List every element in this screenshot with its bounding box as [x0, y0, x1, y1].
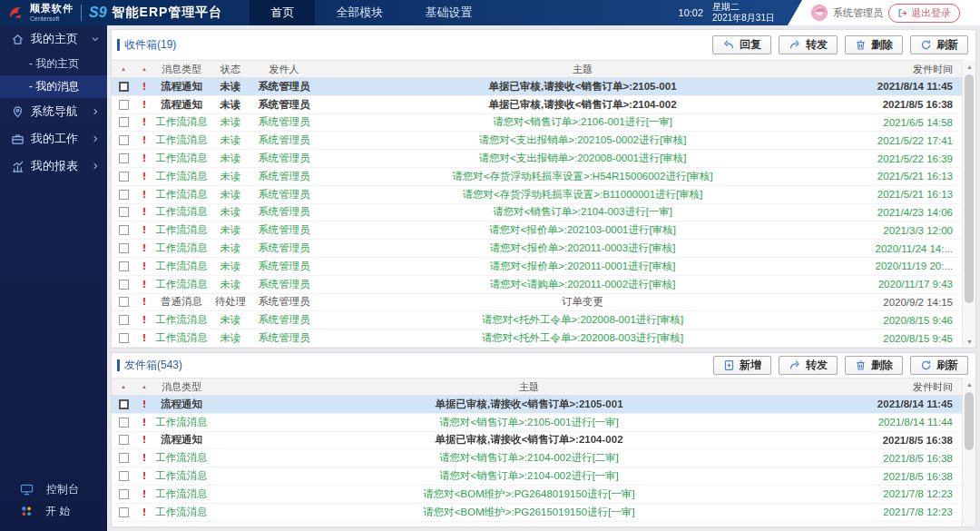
table-row[interactable]: !工作流消息请您对<销售订单>:2104-002进行[一审]2021/8/5 1…	[112, 467, 962, 486]
trash-button[interactable]: 删除	[845, 356, 903, 375]
row-checkbox[interactable]	[119, 333, 129, 343]
scroll-down-icon[interactable]: ▼	[963, 335, 976, 348]
forward-button[interactable]: 转发	[779, 35, 838, 54]
row-checkbox[interactable]	[119, 471, 129, 481]
row-checkbox[interactable]	[119, 135, 129, 145]
nav-tab-home[interactable]: 首页	[250, 0, 315, 25]
table-row[interactable]: !普通消息待处理系统管理员订单变更2020/9/2 14:15	[112, 294, 962, 312]
row-checkbox[interactable]	[119, 315, 129, 325]
row-checkbox[interactable]	[119, 100, 129, 110]
table-row[interactable]: !工作流消息未读系统管理员请您对<支出报销单>:202008-0001进行[审核…	[112, 150, 962, 168]
message-subject[interactable]: 请您对<报价单>:202103-0001进行[审核]	[317, 223, 848, 237]
message-subject[interactable]: 请您对<报价单>:202011-0001进行[审核]	[317, 260, 848, 273]
sidebar-item-2[interactable]: 我的工作	[0, 125, 107, 152]
new-button[interactable]: 新增	[713, 356, 771, 375]
logout-button[interactable]: 退出登录	[888, 4, 960, 23]
message-subject[interactable]: 订单变更	[317, 295, 848, 309]
sidebar-item-0[interactable]: 我的主页	[0, 25, 107, 53]
message-subject[interactable]: 请您对<销售订单>:2104-002进行[二审]	[210, 451, 848, 465]
row-checkbox[interactable]	[119, 489, 129, 499]
row-checkbox[interactable]	[119, 153, 129, 163]
start-button[interactable]: 开 始	[0, 500, 107, 522]
sidebar-item-1[interactable]: 系统导航	[0, 98, 107, 125]
inbox-scrollbar[interactable]: ▲ ▼	[962, 60, 975, 348]
message-subject[interactable]: 请您对<销售订单>:2104-002进行[一审]	[210, 469, 848, 483]
table-row[interactable]: !流程通知未读系统管理员单据已审核,请接收<销售订单>:2104-0022021…	[112, 96, 962, 114]
forward-button[interactable]: 转发	[779, 356, 838, 375]
row-checkbox[interactable]	[119, 399, 129, 409]
row-checkbox[interactable]	[119, 172, 129, 182]
table-row[interactable]: !工作流消息请您对<销售订单>:2104-002进行[二审]2021/8/5 1…	[112, 449, 962, 467]
checkbox-cell	[112, 399, 135, 409]
message-subject[interactable]: 请您对<托外工令单>:202008-001进行[审核]	[317, 313, 848, 327]
priority-cell: !	[135, 99, 153, 111]
sidebar-subitem-0-0[interactable]: - 我的主页	[0, 53, 107, 75]
row-checkbox[interactable]	[119, 243, 129, 253]
reply-button[interactable]: 回复	[712, 35, 771, 54]
table-row[interactable]: !流程通知单据已审核,请接收<销售订单>:2105-0012021/8/14 1…	[112, 396, 962, 414]
table-row[interactable]: !工作流消息未读系统管理员请您对<托外工令单>:202008-001进行[审核]…	[112, 311, 962, 329]
trash-button[interactable]: 删除	[845, 35, 903, 54]
table-row[interactable]: !工作流消息未读系统管理员请您对<支出报销单>:202105-0002进行[审核…	[112, 132, 962, 150]
table-row[interactable]: !工作流消息未读系统管理员请您对<报价单>:202011-0003进行[审核]2…	[112, 240, 962, 258]
message-subject[interactable]: 单据已审核,请接收<销售订单>:2104-002	[317, 98, 848, 112]
message-subject[interactable]: 请您对<报价单>:202011-0003进行[审核]	[317, 241, 848, 255]
row-checkbox[interactable]	[119, 418, 129, 428]
message-subject[interactable]: 请您对<销售订单>:2104-003进行[一审]	[317, 205, 848, 219]
message-subject[interactable]: 请您对<销售订单>:2105-001进行[一审]	[210, 416, 848, 429]
row-checkbox[interactable]	[119, 435, 129, 445]
table-row[interactable]: !工作流消息未读系统管理员请您对<销售订单>:2104-003进行[一审]202…	[112, 204, 962, 222]
table-row[interactable]: !流程通知未读系统管理员单据已审核,请接收<销售订单>:2105-0012021…	[112, 78, 962, 96]
column-header-time: 发件时间	[848, 63, 962, 76]
message-subject[interactable]: 请您对<请购单>:202011-0002进行[审核]	[317, 278, 848, 291]
table-row[interactable]: !工作流消息未读系统管理员请您对<销售订单>:2106-001进行[一审]202…	[112, 114, 962, 133]
table-row[interactable]: !工作流消息未读系统管理员请您对<托外工令单>:202008-003进行[审核]…	[112, 329, 962, 348]
message-type: 流程通知	[153, 398, 210, 411]
table-row[interactable]: !工作流消息请您对<销售订单>:2105-001进行[一审]2021/8/14 …	[112, 414, 962, 432]
sidebar-subitem-0-1[interactable]: - 我的消息	[0, 75, 107, 98]
scroll-thumb[interactable]	[965, 392, 974, 450]
message-subject[interactable]: 请您对<销售订单>:2106-001进行[一审]	[317, 115, 848, 129]
scroll-up-icon[interactable]: ▲	[963, 60, 976, 73]
console-button[interactable]: 控制台	[0, 478, 107, 500]
message-subject[interactable]: 请您对<存货浮动耗损率设置>:B11000001进行[审核]	[317, 188, 848, 202]
row-checkbox[interactable]	[119, 261, 129, 271]
message-subject[interactable]: 请您对<支出报销单>:202105-0002进行[审核]	[317, 133, 848, 147]
table-row[interactable]: !工作流消息未读系统管理员请您对<报价单>:202011-0001进行[审核]2…	[112, 258, 962, 276]
outbox-scrollbar[interactable]: ▲	[962, 378, 975, 526]
table-row[interactable]: !工作流消息未读系统管理员请您对<报价单>:202103-0001进行[审核]2…	[112, 221, 962, 240]
nav-tab-settings[interactable]: 基础设置	[404, 0, 493, 25]
table-row[interactable]: !工作流消息未读系统管理员请您对<请购单>:202011-0002进行[审核]2…	[112, 276, 962, 294]
message-subject[interactable]: 请您对<支出报销单>:202008-0001进行[审核]	[317, 152, 848, 165]
scroll-up-icon[interactable]: ▲	[963, 378, 976, 390]
sidebar-item-3[interactable]: 我的报表	[0, 152, 107, 180]
message-subject[interactable]: 请您对<BOM维护>:PG2648019150进行[一审]	[210, 487, 848, 501]
refresh-button[interactable]: 刷新	[910, 356, 968, 375]
message-subject[interactable]: 请您对<存货浮动耗损率设置>:H54R15006002进行[审核]	[317, 170, 848, 183]
nav-tab-modules[interactable]: 全部模块	[315, 0, 404, 25]
row-checkbox[interactable]	[119, 190, 129, 200]
row-checkbox[interactable]	[119, 225, 129, 235]
row-checkbox[interactable]	[119, 117, 129, 127]
row-checkbox[interactable]	[119, 507, 129, 517]
message-subject[interactable]: 单据已审核,请接收<销售订单>:2104-002	[210, 433, 848, 447]
outbox-table-header: ▴▴消息类型主题发件时间	[112, 378, 962, 396]
row-checkbox[interactable]	[119, 207, 129, 217]
user-area: 系统管理员 退出登录	[788, 0, 980, 25]
message-subject[interactable]: 请您对<托外工令单>:202008-003进行[审核]	[317, 331, 848, 345]
table-row[interactable]: !流程通知单据已审核,请接收<销售订单>:2104-0022021/8/5 16…	[112, 432, 962, 450]
row-checkbox[interactable]	[119, 82, 129, 92]
scroll-thumb[interactable]	[965, 74, 974, 303]
message-subject[interactable]: 单据已审核,请接收<销售订单>:2105-001	[317, 80, 848, 93]
refresh-button[interactable]: 刷新	[910, 35, 968, 54]
user-avatar[interactable]	[811, 5, 828, 21]
table-row[interactable]: !工作流消息请您对<BOM维护>:PG2615019150进行[一审]2021/…	[112, 504, 962, 522]
message-subject[interactable]: 请您对<BOM维护>:PG2615019150进行[一审]	[210, 506, 848, 519]
table-row[interactable]: !工作流消息未读系统管理员请您对<存货浮动耗损率设置>:B11000001进行[…	[112, 186, 962, 204]
message-subject[interactable]: 单据已审核,请接收<销售订单>:2105-001	[210, 398, 848, 411]
row-checkbox[interactable]	[119, 453, 129, 463]
table-row[interactable]: !工作流消息未读系统管理员请您对<存货浮动耗损率设置>:H54R15006002…	[112, 168, 962, 186]
row-checkbox[interactable]	[119, 280, 129, 290]
table-row[interactable]: !工作流消息请您对<BOM维护>:PG2648019150进行[一审]2021/…	[112, 486, 962, 504]
row-checkbox[interactable]	[119, 297, 129, 307]
